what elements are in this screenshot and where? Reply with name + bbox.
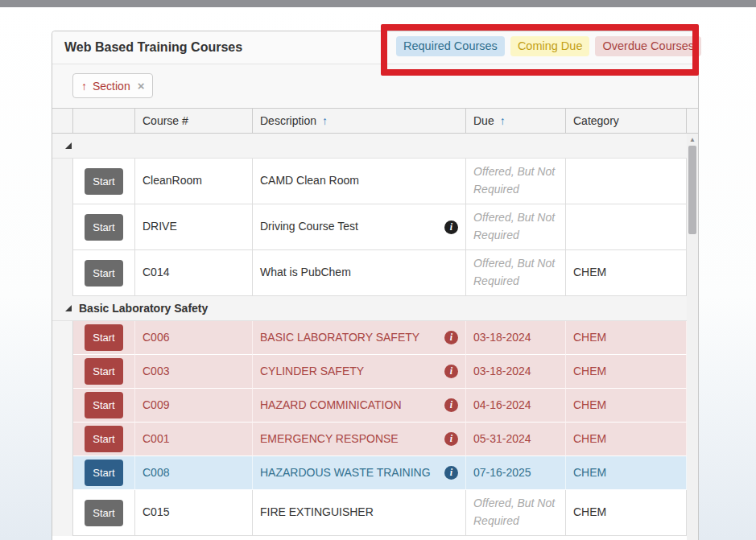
table-row[interactable]: StartDRIVEDriving Course TestiOffered, B… — [52, 204, 687, 250]
table-row[interactable]: StartC009HAZARD COMMINICATIONi04-16-2024… — [52, 389, 687, 423]
column-header-course[interactable]: Course # — [135, 109, 253, 133]
category-cell: CHEM — [566, 490, 687, 536]
sort-asc-icon[interactable]: ↑ — [322, 114, 328, 127]
table-row[interactable]: StartC006BASIC LABORATORY SAFETYi03-18-2… — [52, 321, 687, 355]
column-header-blank-1 — [73, 109, 135, 133]
category-cell — [566, 159, 687, 204]
description-cell: FIRE EXTINGUISHER — [253, 490, 466, 536]
category-cell: CHEM — [566, 250, 687, 296]
row-indent — [52, 423, 73, 456]
start-button[interactable]: Start — [85, 500, 123, 526]
training-courses-panel: Web Based Training Courses ↑ Section × C… — [52, 31, 699, 540]
row-indent — [52, 321, 73, 355]
description-cell: HAZARD COMMINICATIONi — [253, 389, 466, 423]
info-icon[interactable]: i — [444, 466, 458, 480]
scrollbar-thumb[interactable] — [688, 146, 696, 234]
course-number-cell: C001 — [135, 423, 253, 456]
row-indent — [52, 389, 73, 423]
group-row[interactable] — [52, 134, 687, 159]
description-text: CYLINDER SAFETY — [260, 363, 364, 381]
row-indent — [52, 250, 73, 296]
top-bar — [0, 0, 756, 7]
start-button[interactable]: Start — [85, 168, 123, 195]
course-number-cell: DRIVE — [135, 204, 253, 250]
column-label: Due — [473, 114, 494, 127]
column-header-blank-0 — [52, 109, 73, 133]
column-label: Course # — [143, 114, 188, 127]
info-icon[interactable]: i — [444, 365, 458, 378]
due-cell: 05-31-2024 — [466, 423, 566, 456]
table-row[interactable]: StartC015FIRE EXTINGUISHEROffered, But N… — [52, 490, 687, 536]
collapse-group-icon[interactable] — [65, 305, 72, 311]
grid-body: StartCleanRoomCAMD Clean RoomOffered, Bu… — [52, 134, 687, 536]
category-cell: CHEM — [566, 423, 687, 456]
description-cell: Driving Course Testi — [253, 204, 466, 250]
description-text: FIRE EXTINGUISHER — [260, 504, 374, 521]
course-number-cell: C014 — [135, 250, 253, 296]
start-cell: Start — [73, 389, 135, 423]
table-row[interactable]: StartC014What is PubChemOffered, But Not… — [52, 250, 687, 296]
start-button[interactable]: Start — [85, 460, 123, 486]
info-icon[interactable]: i — [444, 398, 458, 412]
start-cell: Start — [73, 423, 135, 456]
row-indent — [52, 159, 73, 204]
category-cell: CHEM — [566, 456, 687, 490]
column-header-due[interactable]: Due↑ — [466, 109, 566, 133]
sort-asc-icon: ↑ — [81, 80, 87, 93]
vertical-scrollbar[interactable]: ▲ — [687, 134, 698, 540]
start-cell: Start — [73, 456, 135, 490]
column-header-description[interactable]: Description↑ — [253, 109, 466, 133]
start-cell: Start — [73, 355, 135, 389]
start-cell: Start — [73, 321, 135, 355]
row-indent — [52, 456, 73, 490]
due-cell: Offered, But Not Required — [466, 490, 566, 536]
collapse-group-icon[interactable] — [65, 142, 72, 149]
info-icon[interactable]: i — [444, 331, 458, 344]
start-cell: Start — [73, 204, 135, 250]
section-group-chip[interactable]: ↑ Section × — [72, 73, 153, 98]
table-row[interactable]: StartC001EMERGENCY RESPONSEi05-31-2024CH… — [52, 423, 687, 456]
chip-remove-icon[interactable]: × — [138, 79, 145, 93]
sort-asc-icon[interactable]: ↑ — [500, 114, 506, 127]
row-indent — [52, 204, 73, 250]
column-label: Category — [573, 114, 619, 127]
legend-overdue: Overdue Courses — [595, 36, 701, 56]
table-row[interactable]: StartCleanRoomCAMD Clean RoomOffered, Bu… — [52, 159, 687, 204]
course-number-cell: C003 — [135, 355, 253, 389]
group-row[interactable]: Basic Laboratory Safety — [52, 296, 687, 321]
scroll-up-arrow-icon[interactable]: ▲ — [687, 134, 698, 146]
due-cell: Offered, But Not Required — [466, 159, 566, 204]
table-row[interactable]: StartC008HAZARDOUS WASTE TRAININGi07-16-… — [52, 456, 687, 490]
group-label: Basic Laboratory Safety — [79, 302, 208, 315]
start-cell: Start — [73, 490, 135, 536]
table-row[interactable]: StartC003CYLINDER SAFETYi03-18-2024CHEM — [52, 355, 687, 389]
legend-coming-due: Coming Due — [510, 36, 590, 56]
category-cell: CHEM — [566, 355, 687, 389]
description-text: Driving Course Test — [260, 218, 358, 236]
due-cell: 04-16-2024 — [466, 389, 566, 423]
column-header-category[interactable]: Category — [566, 109, 687, 133]
description-text: What is PubChem — [260, 264, 351, 282]
description-cell: CYLINDER SAFETYi — [253, 355, 466, 389]
start-button[interactable]: Start — [85, 392, 123, 418]
start-button[interactable]: Start — [85, 358, 123, 385]
due-cell: 07-16-2025 — [466, 456, 566, 490]
description-text: HAZARDOUS WASTE TRAINING — [260, 464, 431, 482]
description-cell: CAMD Clean Room — [253, 159, 466, 204]
description-text: CAMD Clean Room — [260, 172, 359, 190]
info-icon[interactable]: i — [444, 221, 458, 234]
start-cell: Start — [73, 250, 135, 296]
grid-header: Course #Description↑Due↑Category — [52, 108, 698, 134]
info-icon[interactable]: i — [444, 432, 458, 446]
start-button[interactable]: Start — [85, 324, 123, 351]
page-title: Web Based Training Courses — [52, 40, 242, 55]
start-button[interactable]: Start — [85, 260, 123, 286]
status-legend: Required CoursesComing DueOverdue Course… — [396, 36, 701, 56]
row-indent — [52, 355, 73, 389]
header-filler — [687, 109, 698, 133]
due-cell: Offered, But Not Required — [466, 250, 566, 296]
start-button[interactable]: Start — [85, 214, 123, 241]
course-number-cell: C015 — [135, 490, 253, 536]
start-button[interactable]: Start — [85, 426, 123, 452]
column-label: Description — [260, 114, 316, 127]
